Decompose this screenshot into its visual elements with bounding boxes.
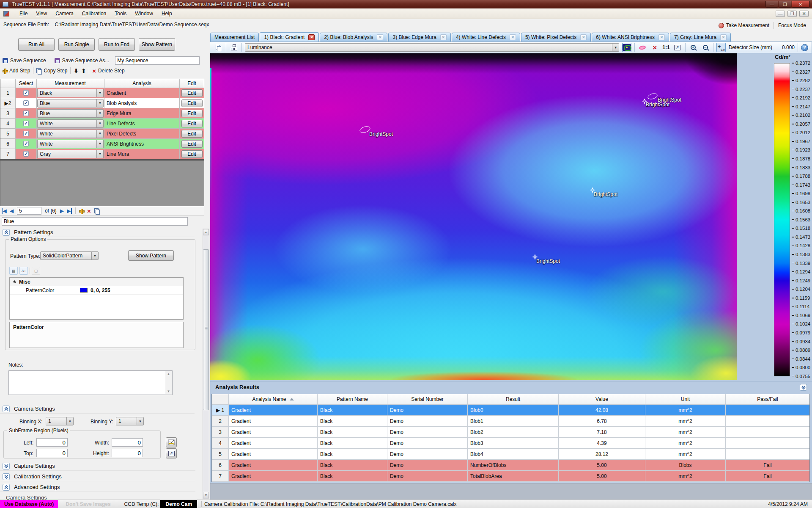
select-checkbox[interactable]: ✓ [23,141,29,146]
binning-x-dropdown[interactable]: 1▼ [46,417,74,425]
collapse-advanced-settings-icon[interactable] [3,484,10,491]
use-database-status[interactable]: Use Database (Auto) [0,500,58,508]
alphabetical-sort-icon[interactable]: A↓ [19,267,28,275]
menu-calibration[interactable]: Calibration [78,9,110,18]
copy-image-icon[interactable] [214,43,223,52]
clear-overlay-icon[interactable]: × [650,43,659,52]
scroll-down-icon[interactable]: ▼ [203,492,209,498]
tab-5-white-pixel-defects[interactable]: 5) White: Pixel Defects✕ [521,33,591,41]
tab-3-blue-edge-mura[interactable]: 3) Blue: Edge Mura✕ [388,33,450,41]
step-position-input[interactable] [17,207,41,215]
menu-file[interactable]: File [15,9,32,18]
subframe-full-frame-button[interactable] [166,448,177,458]
property-category-row[interactable]: Misc [10,278,183,286]
subframe-top-input[interactable] [36,449,68,457]
add-step-button[interactable]: Add Step [3,68,30,74]
tab-7-gray-line-mura[interactable]: 7) Gray: Line Mura✕ [670,33,731,41]
false-color-toggle[interactable] [622,43,631,52]
measurement-dropdown[interactable]: Black▼ [37,89,104,97]
collapse-calibration-settings-icon[interactable] [3,473,10,480]
select-checkbox[interactable]: ✓ [23,110,29,116]
subframe-left-input[interactable] [36,438,68,447]
sequence-row-6[interactable]: 6✓White▼ANSI BrightnessEdit [0,139,204,149]
button-run-single[interactable]: Run Single [58,38,95,51]
scrollbar-thumb[interactable] [203,249,209,410]
prev-step-button[interactable]: ◀ [10,208,13,214]
result-row-7[interactable]: 7GradientBlackDemoTotalBlobArea5.00mm^2F… [212,471,809,482]
blob-overlay-icon[interactable] [638,43,647,52]
select-checkbox[interactable]: ✓ [23,131,29,136]
show-pattern-small-button[interactable]: Show Pattern [128,250,174,261]
result-row-4[interactable]: 4GradientBlackDemoBlob34.39mm^2 [212,438,809,449]
subframe-height-input[interactable] [112,449,143,457]
tab-close-icon[interactable]: ✕ [720,34,727,40]
step-name-input[interactable] [2,217,188,226]
edit-step-button[interactable]: Edit [181,120,203,127]
sequence-row-1[interactable]: 1✓Black▼GradientEdit [0,88,204,98]
zoom-1to1-button[interactable]: 1:1 [662,44,669,50]
copy-step-button[interactable]: Copy Step [36,68,67,74]
move-step-up-button[interactable]: ⬆ [81,68,86,74]
luminance-false-color-image[interactable]: BrightSpotBrightSpotBrightSpotBrightSpot… [210,53,737,380]
measurement-dropdown[interactable]: White▼ [37,119,104,128]
menu-window[interactable]: Window [131,9,157,18]
tab-4-white-line-defects[interactable]: 4) White: Line Defects✕ [452,33,520,41]
measurement-dropdown[interactable]: Blue▼ [37,109,104,118]
sequence-name-input[interactable] [115,56,200,65]
menu-tools[interactable]: Tools [110,9,131,18]
result-row-2[interactable]: 2GradientBlackDemoBlob16.78mm^2 [212,416,809,427]
collapse-capture-settings-icon[interactable] [3,463,10,469]
detector-icon[interactable] [716,43,726,52]
take-measurement-button[interactable]: Take Measurement [719,22,769,28]
save-sequence-button[interactable]: Save Sequence [3,58,46,64]
mdi-minimize-icon[interactable]: — [776,11,785,17]
tab-measurement-list[interactable]: Measurement List [210,33,259,41]
menu-view[interactable]: View [32,9,51,18]
pager-delete-icon[interactable]: × [87,209,91,213]
tab-1-black-gradient[interactable]: 1) Black: Gradient✕ [260,32,319,41]
result-row-6[interactable]: 6GradientBlackDemoNumberOfBlobs5.00Blobs… [212,460,809,471]
tab-close-icon[interactable]: ✕ [510,34,516,40]
collapse-pattern-settings-icon[interactable] [3,229,10,236]
binning-y-dropdown[interactable]: 1▼ [116,417,144,425]
button-run-all[interactable]: Run All [18,38,55,51]
first-step-button[interactable]: ◀ [2,208,6,214]
result-row-5[interactable]: 5GradientBlackDemoBlob428.12mm^2 [212,449,809,460]
edit-step-button[interactable]: Edit [181,150,203,158]
result-row-1[interactable]: ▶ 1GradientBlackDemoBlob042.08mm^2 [212,405,809,416]
mdi-close-icon[interactable]: ✕ [799,11,809,17]
minimize-icon[interactable]: — [765,1,778,8]
move-step-down-button[interactable]: ⬇ [74,68,78,74]
sequence-row-5[interactable]: 5✓White▼Pixel DefectsEdit [0,129,204,139]
menu-camera[interactable]: Camera [51,9,78,18]
tab-close-icon[interactable]: ✕ [580,34,587,40]
left-panel-scrollbar[interactable]: ▲ ▼ [203,229,209,499]
result-row-3[interactable]: 3GradientBlackDemoBlob27.18mm^2 [212,427,809,438]
button-run-to-end[interactable]: Run to End [99,38,135,51]
sequence-row-4[interactable]: 4✓White▼Line DefectsEdit [0,119,204,129]
sequence-row-7[interactable]: 7✓Gray▼Line MuraEdit [0,149,204,159]
measurement-dropdown[interactable]: Blue▼ [37,99,104,108]
measurement-tree-icon[interactable] [229,43,239,52]
categorized-view-icon[interactable]: ▤ [9,267,18,275]
edit-step-button[interactable]: Edit [181,110,203,117]
close-icon[interactable]: ✕ [792,1,809,8]
edit-step-button[interactable]: Edit [181,140,203,148]
sequence-row-2[interactable]: ▶2✓Blue▼Blob AnalysisEdit [0,98,204,108]
zoom-in-icon[interactable]: + [689,43,698,52]
tab-close-icon[interactable]: ✕ [308,34,315,40]
tab-2-blue-blob-analysis[interactable]: 2) Blue: Blob Analysis✕ [320,33,387,41]
tab-close-icon[interactable]: ✕ [440,34,447,40]
mdi-restore-icon[interactable]: ❐ [787,11,797,17]
select-checkbox[interactable]: ✓ [23,121,29,126]
menu-help[interactable]: Help [157,9,176,18]
zoom-out-icon[interactable]: − [701,43,710,52]
measurement-dropdown[interactable]: White▼ [37,130,104,138]
edit-step-button[interactable]: Edit [181,89,203,97]
last-step-button[interactable]: ▶ [67,208,71,214]
select-checkbox[interactable]: ✓ [23,90,29,96]
focus-mode-button[interactable]: Focus Mode [778,22,806,28]
button-show-pattern[interactable]: Show Pattern [139,38,175,51]
select-checkbox[interactable]: ✓ [23,100,29,106]
pager-copy-icon[interactable] [94,208,99,214]
